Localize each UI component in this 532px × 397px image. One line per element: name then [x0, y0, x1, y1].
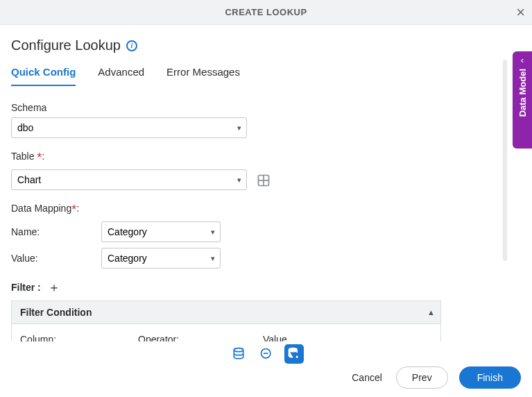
mapping-value-row: Value: Category: [11, 248, 521, 269]
required-icon: *: [37, 151, 42, 164]
table-select[interactable]: Chart: [11, 169, 247, 190]
mapping-value-select[interactable]: Category: [101, 248, 221, 269]
page-title: Configure Lookup: [11, 37, 121, 53]
add-filter-icon[interactable]: ＋: [48, 281, 60, 294]
mapping-label-text: Data Mapping: [11, 203, 71, 214]
svg-point-7: [295, 355, 298, 359]
tab-error-messages[interactable]: Error Messages: [166, 63, 240, 86]
dialog-title: CREATE LOOKUP: [225, 7, 307, 17]
tab-advanced[interactable]: Advanced: [98, 63, 144, 86]
mapping-label: Data Mapping*:: [11, 203, 521, 217]
filter-header: Filter : ＋: [11, 281, 521, 294]
mapping-name-label: Name:: [11, 226, 101, 237]
scrollbar[interactable]: [503, 60, 507, 261]
filter-table-body: Column: Operator: Value: [12, 324, 440, 341]
mapping-field-group: Data Mapping*: Name: Category Value: Cat…: [11, 203, 521, 269]
filter-table: Filter Condition ▲ Column: Operator: Val…: [11, 301, 441, 341]
tab-quick-config[interactable]: Quick Config: [11, 63, 76, 86]
page-title-row: Configure Lookup i: [11, 37, 521, 53]
close-icon[interactable]: ×: [516, 5, 525, 20]
database-icon[interactable]: [229, 344, 248, 364]
prev-button[interactable]: Prev: [396, 366, 448, 389]
mapping-name-select[interactable]: Category: [101, 221, 221, 242]
data-model-panel-tab[interactable]: ‹ Data Model: [513, 51, 532, 149]
info-icon[interactable]: i: [126, 40, 137, 51]
data-model-label: Data Model: [517, 69, 528, 117]
table-select-wrap: Chart: [11, 169, 247, 190]
finish-button[interactable]: Finish: [459, 366, 521, 389]
database-settings-icon[interactable]: [284, 344, 304, 364]
schema-field-group: Schema dbo: [11, 102, 521, 138]
content-area: Configure Lookup i Quick Config Advanced…: [0, 25, 532, 341]
filter-label: Filter :: [11, 282, 41, 293]
table-label-text: Table: [11, 151, 34, 162]
filter-table-head: Filter Condition ▲: [12, 301, 440, 324]
chevron-left-icon: ‹: [521, 56, 524, 65]
table-field-group: Table *: Chart: [11, 151, 521, 190]
required-icon: *: [71, 203, 76, 217]
footer: Cancel Prev Finish: [0, 341, 532, 397]
schema-select-wrap: dbo: [11, 117, 247, 138]
titlebar: CREATE LOOKUP ×: [0, 0, 532, 25]
svg-point-3: [234, 348, 243, 352]
footer-buttons: Cancel Prev Finish: [349, 366, 521, 389]
table-grid-icon[interactable]: [257, 174, 271, 187]
footer-icons: [0, 341, 532, 364]
collapse-icon[interactable]: ▲: [427, 308, 435, 316]
schema-label: Schema: [11, 102, 521, 113]
mapping-name-row: Name: Category: [11, 221, 521, 242]
table-label: Table *:: [11, 151, 521, 165]
mapping-value-select-wrap: Category: [101, 248, 221, 269]
schema-select[interactable]: dbo: [11, 117, 247, 138]
mapping-value-label: Value:: [11, 253, 101, 264]
cancel-button[interactable]: Cancel: [349, 368, 385, 387]
filter-column-label: Column:: [20, 334, 138, 341]
filter-operator-label: Operator:: [138, 334, 263, 341]
filter-value-label: Value: [263, 334, 367, 341]
tabs: Quick Config Advanced Error Messages: [11, 63, 521, 87]
mapping-name-select-wrap: Category: [101, 221, 221, 242]
svg-point-6: [289, 348, 297, 352]
zoom-out-icon[interactable]: [257, 344, 276, 364]
filter-condition-heading: Filter Condition: [20, 307, 92, 318]
